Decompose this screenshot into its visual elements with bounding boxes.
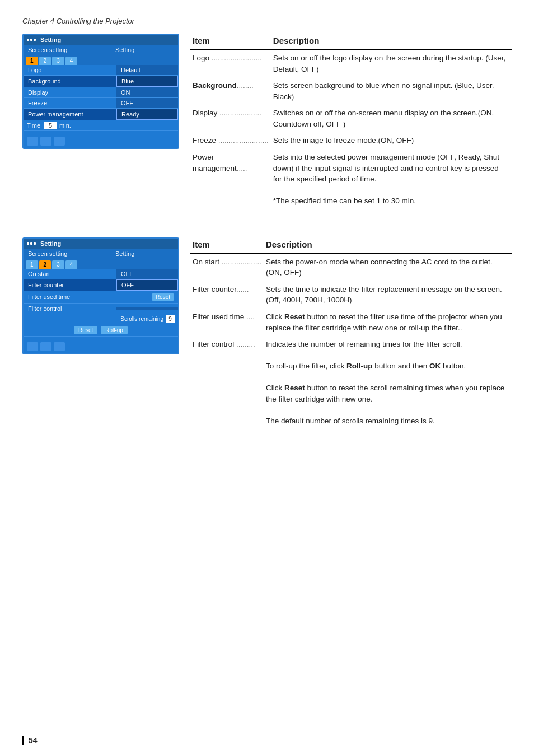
proj-scrolls-label: Scrolls remaining bbox=[120, 316, 163, 322]
item-filterusedtime: Filter used time .... bbox=[190, 309, 264, 336]
section-2: Setting Screen setting Setting 1 2 3 4 O… bbox=[22, 237, 512, 430]
proj-icon-4 bbox=[27, 342, 38, 351]
proj-bottom-1 bbox=[24, 131, 178, 148]
table-row: Freeze ........................ Sets the… bbox=[190, 132, 512, 149]
proj-tab-1-2[interactable]: 2 bbox=[39, 57, 51, 65]
proj-bg-value: Blue bbox=[116, 76, 178, 87]
item-display: Display .................... bbox=[190, 105, 271, 132]
proj-time-row: Time 5 min. bbox=[24, 120, 178, 131]
proj-row-logo: Logo Default bbox=[24, 65, 178, 76]
proj-tab-2-1[interactable]: 1 bbox=[26, 260, 38, 269]
proj-row-filterusedtime: Filter used time Reset bbox=[24, 291, 178, 304]
description-table-2: Item Description On start ..............… bbox=[190, 237, 512, 430]
table-row: Powermanagement..... Sets into the selec… bbox=[190, 149, 512, 209]
table-row: Filter control ......... Indicates the n… bbox=[190, 336, 512, 430]
description-table-1: Item Description Logo ..................… bbox=[190, 34, 512, 209]
proj-onstart-label: On start bbox=[24, 269, 116, 279]
proj-freeze-label: Freeze bbox=[24, 98, 116, 108]
item-filtercontrol: Filter control ......... bbox=[190, 336, 264, 430]
proj-reset-container: Reset bbox=[103, 291, 178, 303]
proj-filtercontrol-value bbox=[116, 307, 178, 310]
title-dots-2 bbox=[27, 242, 36, 245]
proj-row-background: Background Blue bbox=[24, 76, 178, 87]
proj-display-label: Display bbox=[24, 87, 116, 97]
table-2-col2: Description bbox=[264, 237, 512, 253]
item-filtercounter: Filter counter...... bbox=[190, 281, 264, 309]
proj-icon-3 bbox=[54, 137, 65, 146]
proj-scrolls-row: Scrolls remaining 9 bbox=[24, 314, 178, 324]
proj-time-label: Time bbox=[27, 122, 40, 129]
table-row: Filter counter...... Sets the time to in… bbox=[190, 281, 512, 309]
proj-icon-2 bbox=[40, 137, 51, 146]
proj-row-power: Power management Ready bbox=[24, 109, 178, 120]
page-number: 54 bbox=[22, 736, 38, 745]
proj-power-value: Ready bbox=[116, 109, 178, 120]
proj-title-bar-2: Setting bbox=[24, 239, 178, 249]
proj-rollup-button[interactable]: Roll-up bbox=[101, 326, 128, 334]
table-row: Display .................... Switches on… bbox=[190, 105, 512, 132]
table-2-col1: Item bbox=[190, 237, 264, 253]
proj-tabs-1: 1 2 3 4 bbox=[24, 55, 178, 65]
proj-onstart-value: OFF bbox=[116, 269, 178, 279]
table-2: Item Description On start ..............… bbox=[190, 237, 512, 430]
proj-title-bar-1: Setting bbox=[24, 35, 178, 45]
proj-title-text-1: Setting bbox=[40, 36, 61, 43]
table-row: On start ................... Sets the po… bbox=[190, 253, 512, 281]
proj-bg-label: Background bbox=[24, 76, 116, 86]
proj-header-row-1: Screen setting Setting bbox=[24, 45, 178, 55]
chapter-header: Chapter 4 Controlling the Projector bbox=[22, 17, 512, 29]
proj-power-label: Power management bbox=[24, 109, 116, 119]
proj-logo-value: Default bbox=[116, 65, 178, 75]
proj-time-unit: min. bbox=[59, 122, 71, 129]
desc-background: Sets screen background to blue when no s… bbox=[271, 77, 512, 105]
proj-freeze-value: OFF bbox=[116, 98, 178, 108]
proj-tabs-2: 1 2 3 4 bbox=[24, 259, 178, 269]
ui-mockup-1: Setting Screen setting Setting 1 2 3 4 L… bbox=[22, 34, 179, 209]
item-freeze: Freeze ........................ bbox=[190, 132, 271, 149]
proj-filterusedtime-label: Filter used time bbox=[24, 292, 103, 302]
proj-title-text-2: Setting bbox=[40, 240, 61, 247]
item-onstart: On start ................... bbox=[190, 253, 264, 281]
proj-bottom-icons-2 bbox=[25, 341, 67, 352]
proj-row-onstart: On start OFF bbox=[24, 269, 178, 279]
proj-tab-1-3[interactable]: 3 bbox=[52, 57, 64, 65]
page-container: Chapter 4 Controlling the Projector Sett… bbox=[0, 0, 534, 756]
desc-filterusedtime: Click Reset button to reset the filter u… bbox=[264, 309, 512, 336]
proj-logo-label: Logo bbox=[24, 65, 116, 75]
proj-row-filtercounter: Filter counter OFF bbox=[24, 279, 178, 291]
proj-reset-button[interactable]: Reset bbox=[74, 326, 97, 334]
proj-btn-row: Reset Roll-up bbox=[24, 324, 178, 337]
proj-filtercounter-value: OFF bbox=[116, 279, 178, 291]
desc-display: Switches on or off the on-screen menu di… bbox=[271, 105, 512, 132]
proj-row-display: Display ON bbox=[24, 87, 178, 98]
ui-mockup-2: Setting Screen setting Setting 1 2 3 4 O… bbox=[22, 237, 179, 430]
proj-scrolls-value: 9 bbox=[166, 315, 175, 323]
table-1-col1: Item bbox=[190, 34, 271, 49]
proj-display-value: ON bbox=[116, 87, 178, 97]
proj-reset-btn[interactable]: Reset bbox=[152, 293, 174, 301]
desc-filtercounter: Sets the time to indicate the filter rep… bbox=[264, 281, 512, 309]
desc-onstart: Sets the power-on mode when connecting t… bbox=[264, 253, 512, 281]
proj-row-filtercontrol: Filter control bbox=[24, 304, 178, 314]
proj-tab-2-4[interactable]: 4 bbox=[65, 260, 78, 269]
proj-tab-2-2[interactable]: 2 bbox=[39, 260, 51, 269]
proj-tab-1-4[interactable]: 4 bbox=[65, 57, 78, 65]
desc-freeze: Sets the image to freeze mode.(ON, OFF) bbox=[271, 132, 512, 149]
proj-icon-6 bbox=[54, 342, 65, 351]
proj-time-input[interactable]: 5 bbox=[44, 122, 57, 129]
proj-bottom-2 bbox=[24, 337, 178, 353]
table-1: Item Description Logo ..................… bbox=[190, 34, 512, 209]
title-dots bbox=[27, 39, 36, 41]
proj-row-freeze: Freeze OFF bbox=[24, 98, 178, 109]
proj-tab-2-3[interactable]: 3 bbox=[52, 260, 64, 269]
proj-filtercounter-label: Filter counter bbox=[24, 280, 116, 290]
proj-filtercontrol-label: Filter control bbox=[24, 304, 116, 314]
proj-header-label-1: Screen setting bbox=[24, 45, 111, 55]
proj-tab-1-1[interactable]: 1 bbox=[26, 57, 38, 65]
desc-power: Sets into the selected power management … bbox=[271, 149, 512, 209]
desc-logo: Sets on or off the logo display on the s… bbox=[271, 49, 512, 77]
item-power: Powermanagement..... bbox=[190, 149, 271, 209]
proj-header-label-2: Screen setting bbox=[24, 249, 111, 259]
proj-header-row-2: Screen setting Setting bbox=[24, 249, 178, 259]
table-row: Filter used time .... Click Reset button… bbox=[190, 309, 512, 336]
